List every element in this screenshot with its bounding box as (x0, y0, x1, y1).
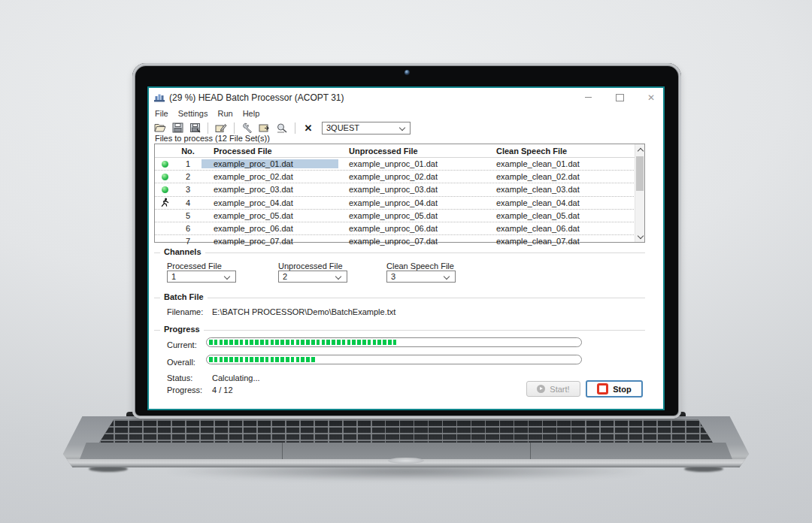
chevron-down-icon (399, 124, 405, 130)
processed-file-cell[interactable]: example_proc_06.dat (201, 224, 338, 233)
unprocessed-file-cell[interactable]: example_unproc_01.dat (338, 159, 486, 168)
preview-icon[interactable] (275, 122, 289, 135)
laptop-thumb-scoop (388, 458, 424, 464)
column-header-no[interactable]: No. (174, 147, 201, 156)
filename-label: Filename: (167, 307, 203, 316)
current-progress-bar (206, 337, 582, 347)
open-file-icon[interactable] (153, 122, 167, 135)
table-row[interactable]: 4 example_proc_04.dat example_unproc_04.… (155, 197, 644, 210)
app-icon (154, 93, 165, 102)
preset-combobox-value: 3QUEST (326, 123, 359, 132)
unprocessed-file-cell[interactable]: example_unproc_02.dat (338, 172, 486, 181)
unprocessed-file-cell[interactable]: example_unproc_07.dat (338, 237, 486, 246)
channels-group-label: Channels (160, 247, 205, 256)
progress-group: Progress (154, 330, 645, 331)
clean-file-cell[interactable]: example_clean_01.dat (486, 159, 644, 168)
minimize-button[interactable] (582, 92, 594, 104)
chevron-down-icon (335, 274, 341, 280)
menu-run[interactable]: Run (217, 109, 232, 118)
processed-channel-select[interactable]: 1 (167, 271, 236, 283)
maximize-button[interactable] (614, 92, 626, 104)
menubar: File Settings Run Help (149, 107, 663, 119)
laptop-front-edge (65, 459, 747, 467)
table-row[interactable]: 2 example_proc_02.dat example_unproc_02.… (155, 171, 644, 183)
export-icon[interactable] (258, 122, 271, 135)
menu-help[interactable]: Help (243, 109, 260, 118)
scroll-up-button[interactable] (635, 144, 645, 155)
table-row[interactable]: 6 example_proc_06.dat example_unproc_06.… (155, 222, 644, 235)
clean-channel-value: 3 (391, 272, 395, 281)
overall-progress-fill (209, 357, 317, 362)
progress-count-value: 4 / 12 (212, 385, 233, 395)
column-header-clean[interactable]: Clean Speech File (486, 147, 644, 156)
unprocessed-file-cell[interactable]: example_unproc_05.dat (338, 211, 486, 220)
menu-settings[interactable]: Settings (178, 109, 208, 118)
tools-icon[interactable] (241, 122, 254, 135)
unprocessed-file-cell[interactable]: example_unproc_04.dat (338, 198, 486, 207)
preset-combobox[interactable]: 3QUEST (322, 122, 411, 135)
unprocessed-channel-select[interactable]: 2 (278, 271, 347, 283)
row-number: 1 (174, 159, 201, 168)
laptop-keyboard-deck (60, 416, 752, 467)
save-as-icon[interactable] (188, 122, 201, 135)
menu-file[interactable]: File (155, 109, 168, 118)
row-number: 5 (174, 211, 201, 220)
laptop-keyboard (99, 419, 713, 443)
files-table-header: No. Processed File Unprocessed File Clea… (155, 144, 644, 158)
processed-channel-label: Processed File (167, 262, 222, 271)
clean-file-cell[interactable]: example_clean_07.dat (486, 237, 644, 246)
window-title: (29 %) HEAD Batch Processor (ACOPT 31) (169, 92, 344, 103)
status-done-icon (155, 161, 174, 168)
stop-button[interactable]: Stop (586, 380, 643, 398)
table-row[interactable]: 5 example_proc_05.dat example_unproc_05.… (155, 210, 644, 222)
unprocessed-file-cell[interactable]: example_unproc_06.dat (338, 224, 486, 233)
column-header-processed[interactable]: Processed File (201, 147, 338, 156)
toolbar-separator (234, 122, 235, 134)
clear-icon[interactable]: ✕ (301, 122, 315, 135)
processed-file-cell[interactable]: example_proc_02.dat (201, 172, 338, 181)
files-table[interactable]: No. Processed File Unprocessed File Clea… (154, 144, 645, 243)
vertical-scrollbar[interactable] (635, 144, 644, 242)
save-icon[interactable] (171, 122, 184, 135)
clean-file-cell[interactable]: example_clean_06.dat (486, 224, 644, 233)
chevron-down-icon (224, 274, 230, 280)
processed-file-cell[interactable]: example_proc_01.dat (201, 159, 338, 168)
start-button[interactable]: Start! (526, 381, 580, 397)
status-value: Calculating... (212, 373, 260, 382)
table-row[interactable]: 7 example_proc_07.dat example_unproc_07.… (155, 235, 644, 247)
start-button-label: Start! (550, 385, 569, 394)
status-done-icon (155, 174, 174, 180)
progress-count-label: Progress: (167, 385, 202, 395)
table-row[interactable]: 1 example_proc_01.dat example_unproc_01.… (155, 158, 644, 171)
edit-batch-icon[interactable] (214, 122, 228, 135)
row-number: 7 (174, 237, 201, 246)
batch-file-group-label: Batch File (160, 292, 208, 301)
progress-group-label: Progress (160, 325, 204, 334)
laptop-palm-rest (80, 443, 732, 459)
current-progress-fill (209, 340, 398, 345)
clean-channel-select[interactable]: 3 (386, 271, 456, 283)
table-row[interactable]: 3 example_proc_03.dat example_unproc_03.… (155, 183, 644, 196)
clean-file-cell[interactable]: example_clean_03.dat (486, 185, 644, 194)
processed-file-cell[interactable]: example_proc_07.dat (201, 237, 338, 246)
row-number: 4 (174, 198, 201, 207)
processed-file-cell[interactable]: example_proc_03.dat (201, 185, 338, 194)
scroll-down-button[interactable] (635, 231, 645, 242)
status-label: Status: (167, 373, 192, 382)
channels-group: Channels (154, 252, 645, 253)
chevron-down-icon (444, 274, 450, 280)
processed-file-cell[interactable]: example_proc_04.dat (201, 198, 338, 207)
clean-file-cell[interactable]: example_clean_05.dat (486, 211, 644, 220)
scrollbar-thumb[interactable] (636, 156, 644, 191)
clean-file-cell[interactable]: example_clean_02.dat (486, 172, 644, 181)
processed-file-cell[interactable]: example_proc_05.dat (201, 211, 338, 220)
close-button[interactable]: ✕ (645, 92, 657, 104)
batch-file-group: Batch File (154, 298, 645, 298)
app-window: (29 %) HEAD Batch Processor (ACOPT 31) ✕… (147, 86, 665, 410)
processed-channel-value: 1 (171, 272, 176, 281)
column-header-unprocessed[interactable]: Unprocessed File (338, 147, 486, 156)
toolbar-separator (208, 122, 208, 134)
unprocessed-file-cell[interactable]: example_unproc_03.dat (338, 185, 486, 194)
files-group-label: Files to process (12 File Set(s)) (155, 134, 270, 143)
clean-file-cell[interactable]: example_clean_04.dat (486, 198, 644, 207)
